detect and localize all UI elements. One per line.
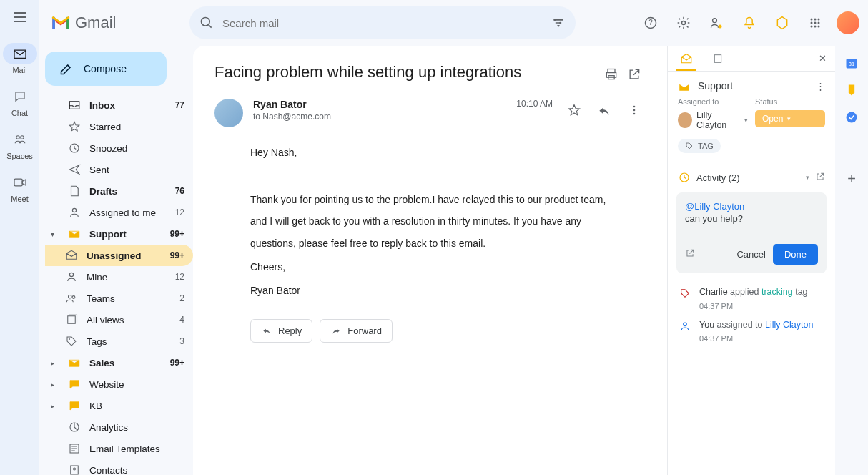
sidebar-sent[interactable]: Sent: [45, 159, 193, 180]
contacts-icon[interactable]: [705, 11, 728, 34]
more-icon[interactable]: [623, 99, 646, 122]
sidebar-website[interactable]: ▸ Website: [45, 373, 193, 395]
settings-icon[interactable]: [672, 11, 695, 34]
sidebar-inbox[interactable]: Inbox 77: [45, 94, 193, 116]
tasks-icon[interactable]: [844, 110, 859, 124]
chevron-right-icon: ▸: [51, 402, 59, 410]
svg-point-1: [20, 136, 24, 139]
open-note-icon[interactable]: [685, 248, 695, 260]
compose-label: Compose: [84, 63, 127, 74]
clock-icon: [68, 142, 81, 155]
star-icon: [68, 120, 81, 133]
address-book-icon: [68, 464, 81, 475]
keep-icon[interactable]: [844, 83, 859, 97]
svg-point-43: [847, 112, 857, 123]
star-toggle-icon[interactable]: [563, 99, 586, 122]
sidebar-contacts[interactable]: Contacts: [45, 459, 193, 475]
sidebar-email-templates[interactable]: Email Templates: [45, 438, 193, 459]
rail-chat[interactable]: Chat: [3, 86, 37, 117]
open-external-icon[interactable]: [815, 172, 825, 184]
search-options-icon[interactable]: [551, 16, 566, 30]
svg-point-14: [818, 19, 820, 21]
activity-note-card: @Lilly Clayton can you help? Cancel Done: [676, 192, 827, 273]
svg-point-35: [633, 106, 636, 108]
done-button[interactable]: Done: [773, 244, 818, 265]
rail-spaces[interactable]: Spaces: [3, 129, 37, 160]
rail-meet[interactable]: Meet: [3, 172, 37, 203]
forward-button[interactable]: Forward: [320, 319, 393, 343]
chevron-down-icon: ▾: [744, 117, 748, 124]
panel-tab-contact[interactable]: [708, 46, 728, 71]
svg-point-0: [16, 136, 19, 139]
svg-point-17: [818, 22, 820, 24]
open-new-icon[interactable]: [623, 63, 646, 86]
add-tag-button[interactable]: TAG: [678, 139, 721, 153]
sidebar-assigned[interactable]: Assigned to me 12: [45, 202, 193, 223]
rail-mail-label: Mail: [12, 66, 26, 74]
sidebar-snoozed[interactable]: Snoozed: [45, 137, 193, 159]
svg-rect-32: [608, 69, 615, 73]
calendar-icon[interactable]: 31: [844, 56, 859, 70]
chat-icon: [68, 378, 81, 391]
tag-icon: [685, 142, 694, 150]
reply-icon[interactable]: [593, 99, 616, 122]
svg-point-22: [72, 208, 76, 212]
help-icon[interactable]: ?: [639, 11, 662, 34]
hiver-icon[interactable]: [771, 11, 794, 34]
sidebar-drafts[interactable]: Drafts 76: [45, 180, 193, 202]
rail-meet-label: Meet: [11, 195, 28, 203]
sidebar-mine[interactable]: Mine 12: [45, 266, 193, 288]
search-bar[interactable]: [189, 6, 576, 39]
svg-point-18: [811, 26, 813, 28]
pencil-icon: [59, 62, 74, 76]
panel-more-icon[interactable]: ⋮: [816, 81, 825, 92]
search-input[interactable]: [222, 17, 543, 29]
assigned-label: Assigned to: [678, 97, 748, 106]
sender-to: to Nash@acme.com: [253, 112, 506, 122]
person-icon: [68, 206, 81, 219]
rail-mail[interactable]: Mail: [3, 43, 37, 74]
sidebar-unassigned[interactable]: Unassigned 99+: [45, 245, 193, 266]
status-select[interactable]: Open ▾: [755, 110, 825, 127]
chart-icon: [68, 421, 81, 434]
chevron-right-icon: ▸: [51, 381, 59, 388]
email-subject: Facing problem while setting up integrat…: [214, 63, 600, 82]
svg-text:31: 31: [849, 61, 854, 67]
logo-text: Gmail: [75, 14, 116, 32]
sender-avatar[interactable]: [214, 99, 243, 127]
panel-close-icon[interactable]: ✕: [819, 53, 827, 64]
panel-tab-inbox[interactable]: [676, 46, 696, 71]
sidebar-tags[interactable]: Tags 3: [45, 330, 193, 352]
chevron-down-icon[interactable]: ▾: [806, 174, 809, 181]
sidebar-starred[interactable]: Starred: [45, 116, 193, 137]
svg-point-13: [814, 19, 817, 21]
apps-icon[interactable]: [804, 11, 827, 34]
sidebar-teams[interactable]: Teams 2: [45, 288, 193, 309]
cancel-button[interactable]: Cancel: [736, 249, 765, 260]
print-icon[interactable]: [600, 63, 623, 86]
svg-point-3: [202, 18, 210, 26]
main-menu-button[interactable]: [11, 9, 29, 26]
file-icon: [68, 185, 81, 197]
svg-point-6: [558, 25, 560, 27]
compose-button[interactable]: Compose: [45, 52, 167, 86]
assignee-select[interactable]: Lilly Clayton ▾: [678, 110, 748, 130]
svg-point-36: [633, 109, 636, 112]
svg-point-25: [72, 296, 75, 299]
add-addon-icon[interactable]: +: [844, 172, 859, 186]
chevron-down-icon: ▾: [51, 230, 59, 238]
sidebar-allviews[interactable]: All views 4: [45, 309, 193, 330]
reply-button[interactable]: Reply: [250, 319, 312, 343]
account-avatar[interactable]: [837, 11, 859, 34]
sidebar-support[interactable]: ▾ Support 99+: [45, 223, 193, 245]
sidebar-kb[interactable]: ▸ KB: [45, 395, 193, 416]
person-icon: [65, 270, 78, 283]
gmail-logo[interactable]: Gmail: [48, 14, 177, 32]
activity-label: Activity (2): [696, 172, 800, 183]
inbox-open-icon: [65, 249, 78, 262]
notifications-icon[interactable]: [738, 11, 761, 34]
search-icon: [199, 16, 214, 30]
sidebar-analytics[interactable]: Analytics: [45, 416, 193, 438]
sender-name: Ryan Bator: [253, 99, 506, 110]
sidebar-sales[interactable]: ▸ Sales 99+: [45, 352, 193, 373]
